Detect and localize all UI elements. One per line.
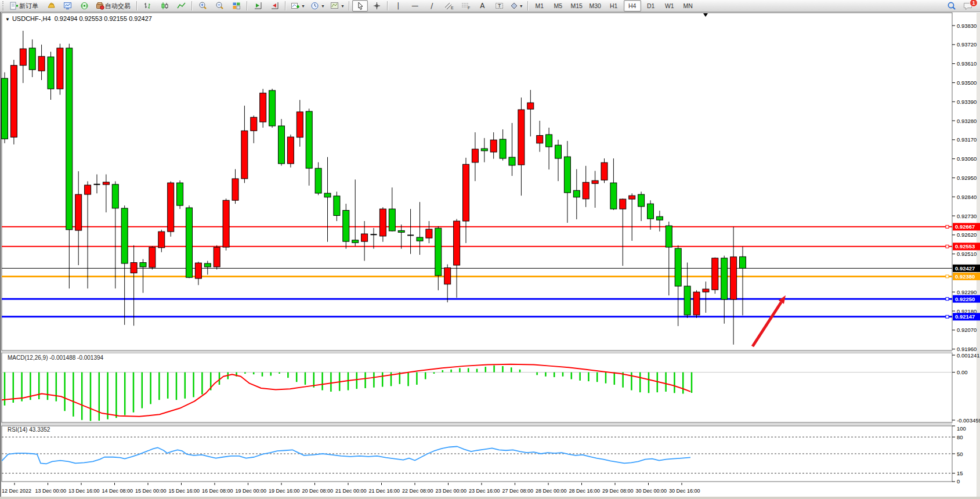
search-icon [946, 1, 957, 11]
horizontal-line-tool-button[interactable]: — [407, 0, 423, 12]
bar-chart-button[interactable] [140, 0, 156, 12]
timeframe-button-MN[interactable]: MN [679, 0, 697, 12]
candlestick-chart-icon [160, 1, 169, 10]
svg-text:0.92667: 0.92667 [955, 223, 975, 230]
vertical-line-tool-button[interactable]: | [390, 0, 406, 12]
indicators-add-icon [290, 1, 300, 10]
auto-scroll-button[interactable] [250, 0, 266, 12]
svg-text:27 Dec 08:00: 27 Dec 08:00 [502, 488, 534, 494]
svg-text:0.00: 0.00 [957, 369, 968, 375]
timeframe-button-W1[interactable]: W1 [661, 0, 678, 12]
svg-text:T: T [498, 3, 501, 9]
svg-text:12 Dec 2022: 12 Dec 2022 [2, 488, 31, 494]
toolbar-separator [387, 1, 388, 10]
svg-text:0.91960: 0.91960 [957, 346, 977, 352]
trendline-tool-button[interactable]: / [424, 0, 440, 12]
chart-plot-surface[interactable] [2, 13, 952, 482]
timeframe-button-H1[interactable]: H1 [605, 0, 623, 12]
gold-button[interactable] [43, 0, 59, 12]
zoom-out-icon [215, 1, 225, 10]
timeframe-button-M1[interactable]: M1 [531, 0, 548, 12]
svg-text:0.92950: 0.92950 [957, 175, 977, 181]
auto-trading-label: 自动交易 [105, 2, 131, 10]
toolbar-separator [191, 1, 193, 10]
svg-text:13 Dec 00:00: 13 Dec 00:00 [35, 488, 67, 494]
notification-badge: 1 [970, 0, 978, 7]
tile-windows-icon [232, 1, 241, 10]
signal-button[interactable] [77, 0, 92, 12]
text-tool-button[interactable]: A [475, 0, 490, 12]
svg-text:15 Dec 16:00: 15 Dec 16:00 [169, 488, 200, 494]
fibonacci-tool-button[interactable]: F [458, 0, 473, 12]
toolbar-grip [2, 1, 6, 10]
svg-text:0.92730: 0.92730 [957, 213, 977, 219]
auto-trading-button[interactable]: 自动交易 [93, 0, 134, 12]
cursor-button[interactable] [352, 0, 368, 12]
template-icon [330, 1, 339, 10]
shapes-tool-button[interactable]: ▼ [508, 0, 525, 12]
dropdown-caret-icon: ▼ [301, 4, 305, 8]
search-button[interactable] [943, 1, 959, 12]
svg-text:0.93720: 0.93720 [957, 41, 977, 48]
indicators-button[interactable]: ▼ [288, 0, 307, 12]
svg-text:0.001241: 0.001241 [957, 352, 980, 359]
svg-text:100: 100 [957, 425, 966, 432]
new-order-label: 新订单 [19, 2, 38, 10]
svg-text:0.92840: 0.92840 [957, 194, 977, 200]
svg-text:0.93830: 0.93830 [957, 23, 977, 29]
new-order-button[interactable]: 新订单 [8, 0, 42, 12]
svg-text:30 Dec 16:00: 30 Dec 16:00 [669, 488, 700, 494]
clock-icon [310, 1, 320, 10]
svg-text:0.92510: 0.92510 [957, 251, 977, 257]
zoom-in-button[interactable] [195, 0, 211, 12]
svg-text:0.92380: 0.92380 [955, 273, 975, 280]
svg-text:0.93170: 0.93170 [957, 136, 977, 143]
timeframe-button-D1[interactable]: D1 [642, 0, 660, 12]
market-watch-button[interactable] [60, 0, 75, 12]
channel-icon: E [444, 1, 454, 10]
svg-text:0.93390: 0.93390 [957, 99, 977, 105]
svg-text:0.92070: 0.92070 [957, 327, 977, 333]
zoom-out-button[interactable] [212, 0, 227, 12]
monitor-icon [63, 1, 73, 10]
candlestick-chart-button[interactable] [157, 0, 172, 12]
crosshair-icon [373, 1, 381, 10]
svg-text:80: 80 [957, 434, 963, 440]
svg-text:0.92427: 0.92427 [955, 265, 975, 272]
chart-canvas[interactable]: 0.938300.937200.936100.935000.933900.932… [0, 12, 980, 499]
svg-text:28 Dec 16:00: 28 Dec 16:00 [569, 488, 601, 494]
svg-text:13 Dec 16:00: 13 Dec 16:00 [68, 488, 100, 494]
svg-text:21 Dec 16:00: 21 Dec 16:00 [369, 488, 400, 494]
dropdown-caret-icon: ▼ [321, 4, 325, 8]
svg-text:29 Dec 08:00: 29 Dec 08:00 [602, 488, 634, 494]
svg-text:21 Dec 00:00: 21 Dec 00:00 [335, 488, 367, 494]
chat-button[interactable]: 1 [960, 1, 976, 12]
periods-button[interactable]: ▼ [308, 0, 327, 12]
text-label-tool-button[interactable]: T [491, 0, 507, 12]
svg-text:16 Dec 08:00: 16 Dec 08:00 [202, 488, 233, 494]
chart-shift-button[interactable] [267, 0, 283, 12]
line-chart-button[interactable] [173, 0, 189, 12]
tile-windows-button[interactable] [229, 0, 244, 12]
dropdown-caret-icon: ▼ [341, 4, 345, 8]
toolbar-separator [527, 1, 529, 10]
svg-text:20 Dec 08:00: 20 Dec 08:00 [302, 488, 334, 494]
text-label-icon: T [494, 1, 504, 10]
svg-text:22 Dec 08:00: 22 Dec 08:00 [402, 488, 433, 494]
svg-text:19 Dec 00:00: 19 Dec 00:00 [236, 488, 267, 494]
timeframe-button-H4[interactable]: H4 [624, 0, 641, 12]
svg-text:0.92147: 0.92147 [955, 313, 975, 320]
timeframe-button-M30[interactable]: M30 [587, 0, 604, 12]
svg-text:0.93500: 0.93500 [957, 79, 977, 86]
zoom-in-icon [198, 1, 208, 10]
crosshair-button[interactable] [369, 0, 385, 12]
timeframe-button-M15[interactable]: M15 [568, 0, 585, 12]
shapes-icon [510, 1, 518, 10]
channel-tool-button[interactable]: E [441, 0, 457, 12]
templates-button[interactable]: ▼ [328, 0, 346, 12]
auto-scroll-icon [253, 1, 263, 10]
svg-text:F: F [468, 6, 470, 10]
timeframe-button-M5[interactable]: M5 [549, 0, 567, 12]
toolbar-separator [285, 1, 286, 10]
toolbar: 新订单 自动交易 ▼ ▼ ▼ | — / E F A T ▼ M1M5M15M3… [0, 0, 980, 12]
